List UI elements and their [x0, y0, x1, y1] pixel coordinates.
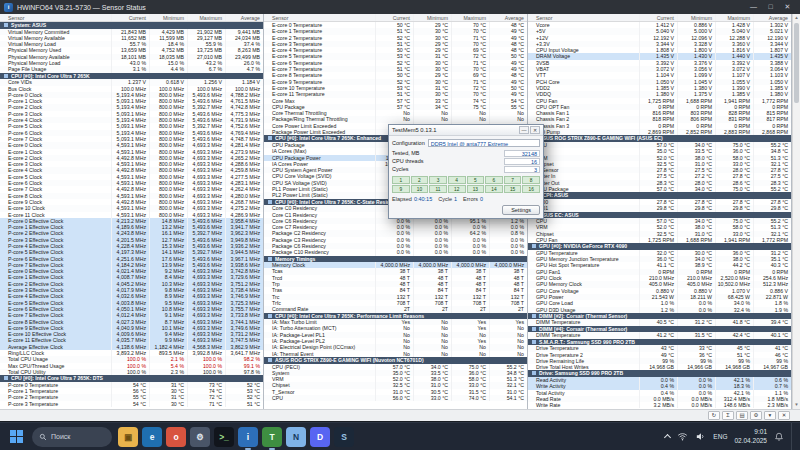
header-maximum[interactable]: Maximum — [187, 14, 225, 21]
field-value[interactable]: 0:40:15 — [414, 196, 432, 202]
speaker-icon[interactable] — [695, 431, 706, 442]
section-header[interactable]: ASUS ROG STRIX Z890-E GAMING WIFI (Nuvot… — [264, 357, 527, 364]
sensor-row[interactable]: Write Rate3.2 MB/s0.0 MB/s148.6 MB/s2.3 … — [528, 402, 791, 408]
tm5-titlebar[interactable]: TestMem5 0.13.1 — ✕ — [389, 125, 543, 136]
taskbar-app-chrome-browser-icon[interactable]: o — [166, 427, 186, 447]
header-average[interactable]: Average — [489, 14, 527, 21]
sensor-value: 30 °C — [149, 401, 187, 407]
sensor-value: 71 °C — [187, 401, 225, 407]
sensor-value: 14,966 GB — [677, 364, 715, 370]
sensor-value: 39.4 °C — [753, 319, 791, 325]
header-average[interactable]: Average — [753, 14, 791, 21]
section-header[interactable]: ASUS ROG STRIX Z890-E GAMING WIFI (ASUS … — [528, 135, 791, 142]
section-header[interactable]: ASUS EC: ASUS — [528, 212, 791, 219]
header-current[interactable]: Current — [111, 14, 149, 21]
field-value[interactable]: 0 — [480, 196, 483, 202]
tm5-settings-button[interactable]: Settings — [502, 205, 540, 215]
scroll-down-arrow[interactable]: ▼ — [793, 401, 800, 409]
section-header[interactable]: System: ASUS — [0, 22, 263, 29]
minimize-button[interactable]: — — [745, 0, 762, 14]
sum-values-button[interactable]: Σ — [722, 411, 734, 420]
section-header[interactable]: DIMM [#4]: Corsair (Thermal Sensor) — [528, 326, 791, 333]
wifi-icon[interactable] — [677, 431, 688, 442]
field-value[interactable]: 16 — [504, 158, 540, 165]
layout-button[interactable]: ▤ — [736, 411, 748, 420]
sensor-row[interactable]: P-core 3 Temperature54 °C30 °C71 °C51 °C — [0, 401, 263, 407]
taskbar-app-settings-icon[interactable]: ⚙ — [190, 427, 210, 447]
section-header[interactable]: Drive: Samsung SSD 990 PRO 2TB — [528, 370, 791, 377]
header-sensor[interactable]: Sensor — [528, 14, 639, 21]
header-maximum[interactable]: Maximum — [451, 14, 489, 21]
taskbar-app-hwinfo64-icon[interactable]: i — [238, 427, 258, 447]
hwinfo-window-title: HWiNFO64 V8.21-5730 — Sensor Status — [17, 4, 146, 11]
section-header[interactable]: CPU [#0]: Intel Core Ultra 7 265K: DTS — [0, 375, 263, 382]
taskbar-app-testmem5-icon[interactable]: T — [262, 427, 282, 447]
notification-bell-icon[interactable] — [774, 432, 784, 442]
vertical-scrollbar[interactable]: ▲ ▼ — [792, 14, 800, 409]
header-sensor[interactable]: Sensor — [264, 14, 375, 21]
sensor-row[interactable]: TZ0129.8 °C29.8 °C29.8 °C29.8 °C — [528, 205, 791, 211]
scrollbar-thumb[interactable] — [794, 23, 799, 103]
section-header[interactable]: CPU [#0]: Intel Core Ultra 7 265K — [0, 73, 263, 80]
taskbar-app-edge-browser-icon[interactable]: e — [142, 427, 162, 447]
taskbar-app-steam-icon[interactable]: S — [334, 427, 354, 447]
header-minimum[interactable]: Minimum — [413, 14, 451, 21]
header-maximum[interactable]: Maximum — [715, 14, 753, 21]
sensor-row[interactable]: DIMM Temperature40.5 °C31.2 °C41.8 °C39.… — [528, 319, 791, 325]
section-header[interactable]: DIMM [#2]: Corsair (Thermal Sensor) — [528, 313, 791, 320]
sensor-value: 4.7 % — [225, 66, 263, 72]
tray-date: 02.04.2025 — [734, 437, 767, 444]
section-header[interactable]: CPU [#0]: Intel Core Ultra 7 265K: Perfo… — [264, 313, 527, 320]
maximize-button[interactable]: □ — [762, 0, 779, 14]
hwinfo-statusbar: ↻Σ▤⚙▾✕ — [0, 409, 800, 421]
taskbar-app-terminal-icon[interactable]: >_ — [214, 427, 234, 447]
hidden-icons-chevron-icon[interactable] — [664, 434, 671, 441]
hwinfo-titlebar[interactable]: i HWiNFO64 V8.21-5730 — Sensor Status — … — [0, 0, 800, 14]
tray-clock[interactable]: 9:01 02.04.2025 — [734, 428, 767, 444]
section-header[interactable]: GPU [#0]: NVIDIA GeForce RTX 4090 — [528, 243, 791, 250]
search-box[interactable]: Поиск — [32, 427, 112, 447]
sensor-row[interactable]: Command Rate2T2T2T2T — [264, 306, 527, 312]
field-value[interactable]: 3 — [504, 166, 540, 173]
sensor-row[interactable]: GPU D3D Usage1.2 %0.0 %32.4 %1.9 % — [528, 307, 791, 313]
field-value[interactable]: 1 — [454, 196, 457, 202]
collapse-button[interactable]: ▾ — [764, 411, 776, 420]
section-header[interactable]: S.M.A.R.T.: Samsung SSD 990 PRO 2TB — [528, 339, 791, 346]
sensor-row[interactable]: Package C10 Residency0.0 %0.0 %0.0 %0.0 … — [264, 249, 527, 255]
field-value[interactable]: 32148 — [504, 150, 540, 157]
section-header[interactable]: Memory Timings — [264, 256, 527, 263]
tm5-thread-cell: 13 — [467, 185, 485, 193]
section-header[interactable]: ACPI: ASUS — [528, 192, 791, 199]
taskbar-app-discord-icon[interactable]: D — [310, 427, 330, 447]
settings-button[interactable]: ⚙ — [750, 411, 762, 420]
header-average[interactable]: Average — [225, 14, 263, 21]
header-current[interactable]: Current — [375, 14, 413, 21]
tm5-config-value[interactable]: DDR5 Intel @ anta777 Extreme — [428, 139, 540, 147]
scroll-up-arrow[interactable]: ▲ — [793, 14, 800, 22]
sensor-value: 2,883 RPM — [715, 129, 753, 135]
sensor-value: 31.2 °C — [677, 319, 715, 325]
start-button[interactable] — [6, 427, 26, 447]
taskbar-app-notepad-icon[interactable]: N — [286, 427, 306, 447]
tm5-minimize-button[interactable]: — — [519, 126, 529, 134]
close-sensors-button[interactable]: ✕ — [778, 411, 790, 420]
taskbar-app-file-explorer-icon[interactable]: ▣ — [118, 427, 138, 447]
tm5-close-button[interactable]: ✕ — [530, 126, 540, 134]
header-sensor[interactable]: Sensor — [0, 14, 111, 21]
language-indicator[interactable]: ENG — [713, 433, 727, 440]
reset-values-button[interactable]: ↻ — [708, 411, 720, 420]
sensor-row[interactable]: DIMM Temperature41.2 °C31.5 °C42.4 °C40.… — [528, 332, 791, 338]
header-minimum[interactable]: Minimum — [149, 14, 187, 21]
header-current[interactable]: Current — [639, 14, 677, 21]
sensor-row[interactable]: CPU56.0 °C33.0 °C74.0 °C54.1 °C — [264, 395, 527, 401]
sensor-value: 100.0 % — [187, 369, 225, 375]
tm5-thread-grid: 12345678910111213141516 — [392, 176, 540, 193]
header-minimum[interactable]: Minimum — [677, 14, 715, 21]
sensor-value: No — [413, 351, 451, 357]
sensor-row[interactable]: IA: Thermal EventNoNoNoNo — [264, 351, 527, 357]
desktop: i HWiNFO64 V8.21-5730 — Sensor Status — … — [0, 0, 800, 450]
sensor-row[interactable]: Page File Usage3.1 %4.4 %6.7 %4.7 % — [0, 66, 263, 72]
close-button[interactable]: ✕ — [779, 0, 796, 14]
testmem5-window: TestMem5 0.13.1 — ✕ Configuration DDR5 I… — [388, 124, 544, 219]
show-desktop-button[interactable] — [791, 423, 794, 450]
